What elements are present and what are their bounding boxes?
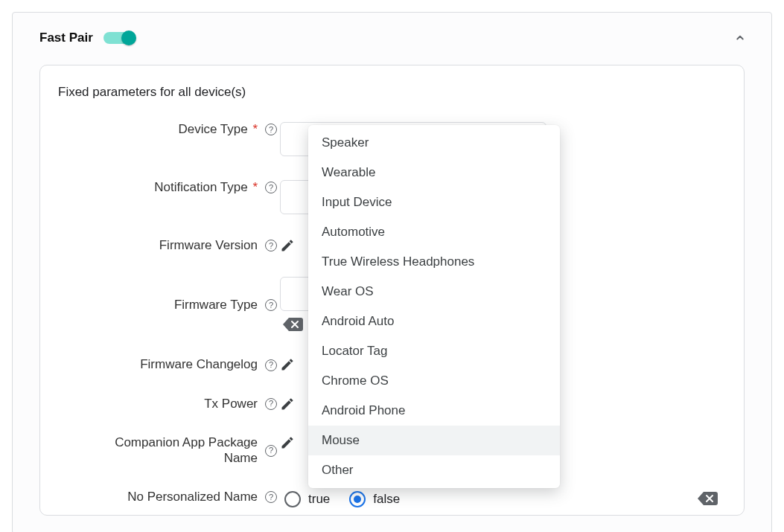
section-title-wrap: Fast Pair	[39, 29, 136, 47]
device-type-option[interactable]: Mouse	[308, 426, 560, 455]
required-mark: *	[249, 180, 258, 195]
help-icon[interactable]: ?	[265, 359, 277, 371]
no-personalized-name-label: No Personalized Name ?	[57, 490, 280, 504]
device-type-option[interactable]: Other	[308, 455, 560, 485]
device-type-option[interactable]: Android Auto	[308, 307, 560, 336]
device-type-option[interactable]: Android Phone	[308, 396, 560, 426]
collapse-button[interactable]	[730, 28, 750, 48]
device-type-option[interactable]: Automotive	[308, 217, 560, 247]
help-icon[interactable]: ?	[265, 182, 277, 193]
fixed-parameters-panel: Fixed parameters for all device(s) Devic…	[39, 65, 745, 516]
required-mark: *	[249, 122, 258, 137]
firmware-type-clear[interactable]	[281, 315, 303, 333]
no-personalized-name-control: true false	[280, 490, 684, 507]
tx-power-label: Tx Power ?	[57, 397, 280, 411]
help-icon[interactable]: ?	[265, 491, 277, 503]
device-type-option[interactable]: Wear OS	[308, 277, 560, 307]
firmware-version-label: Firmware Version ?	[57, 238, 280, 253]
help-icon[interactable]: ?	[265, 445, 277, 457]
radio-icon	[349, 491, 366, 507]
section-title: Fast Pair	[39, 31, 93, 45]
section-header: Fast Pair	[13, 13, 771, 54]
radio-false[interactable]: false	[349, 491, 400, 507]
chevron-up-icon	[733, 31, 747, 45]
device-type-option[interactable]: Locator Tag	[308, 336, 560, 366]
section-container: Fast Pair Fixed parameters for all devic…	[12, 12, 772, 532]
help-icon[interactable]: ?	[265, 240, 277, 251]
radio-true[interactable]: true	[284, 491, 330, 507]
toggle-thumb	[121, 31, 136, 45]
backspace-icon	[696, 490, 718, 507]
device-type-option[interactable]: Input Device	[308, 188, 560, 217]
device-type-dropdown[interactable]: SpeakerWearableInput DeviceAutomotiveTru…	[308, 125, 560, 488]
panel-title: Fixed parameters for all device(s)	[58, 85, 729, 100]
radio-icon	[284, 491, 301, 507]
firmware-type-label: Firmware Type ?	[57, 298, 280, 313]
device-type-option[interactable]: True Wireless Headphones	[308, 247, 560, 277]
device-type-option[interactable]: Speaker	[308, 128, 560, 158]
help-icon[interactable]: ?	[265, 299, 277, 311]
no-personalized-name-clear[interactable]	[684, 490, 729, 507]
companion-pkg-label: Companion App Package Name ?	[57, 435, 280, 466]
fast-pair-toggle[interactable]	[103, 29, 136, 47]
device-type-label: Device Type * ?	[57, 122, 280, 137]
notification-type-label: Notification Type * ?	[57, 180, 280, 195]
help-icon[interactable]: ?	[265, 124, 277, 135]
device-type-option[interactable]: Wearable	[308, 158, 560, 188]
firmware-changelog-label: Firmware Changelog ?	[57, 357, 280, 372]
help-icon[interactable]: ?	[265, 398, 277, 410]
device-type-option[interactable]: Chrome OS	[308, 366, 560, 396]
